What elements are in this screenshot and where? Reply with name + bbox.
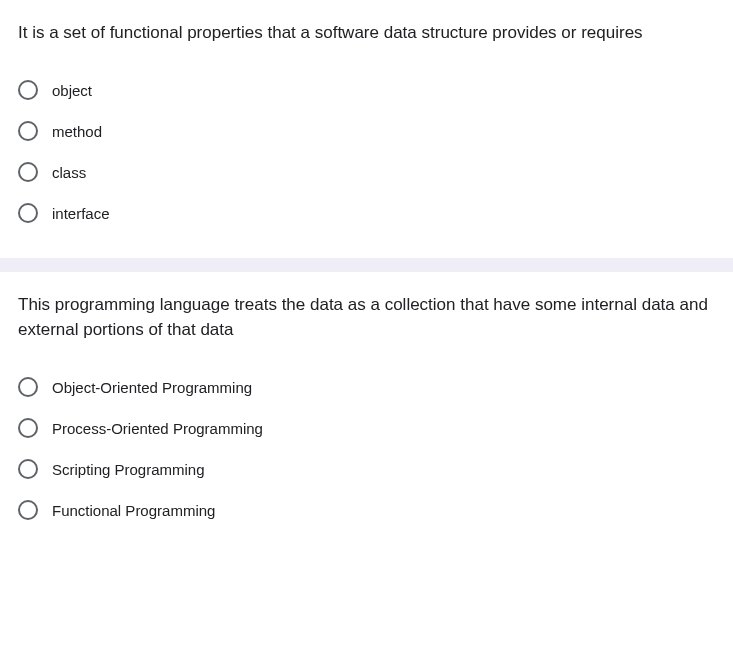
radio-icon	[18, 203, 38, 223]
option-row[interactable]: Process-Oriented Programming	[18, 408, 715, 449]
question-block-1: It is a set of functional properties tha…	[0, 0, 733, 258]
options-group: object method class interface	[18, 70, 715, 234]
radio-icon	[18, 80, 38, 100]
option-label: object	[52, 80, 92, 101]
option-row[interactable]: Functional Programming	[18, 490, 715, 531]
section-divider	[0, 258, 733, 272]
option-row[interactable]: object	[18, 70, 715, 111]
option-row[interactable]: interface	[18, 193, 715, 234]
radio-icon	[18, 500, 38, 520]
radio-icon	[18, 377, 38, 397]
option-row[interactable]: Object-Oriented Programming	[18, 367, 715, 408]
option-row[interactable]: method	[18, 111, 715, 152]
question-block-2: This programming language treats the dat…	[0, 272, 733, 555]
option-label: Process-Oriented Programming	[52, 418, 263, 439]
radio-icon	[18, 121, 38, 141]
radio-icon	[18, 162, 38, 182]
option-label: method	[52, 121, 102, 142]
option-label: Functional Programming	[52, 500, 215, 521]
question-prompt: It is a set of functional properties tha…	[18, 20, 715, 46]
option-row[interactable]: Scripting Programming	[18, 449, 715, 490]
radio-icon	[18, 459, 38, 479]
question-prompt: This programming language treats the dat…	[18, 292, 715, 343]
option-label: Scripting Programming	[52, 459, 205, 480]
option-row[interactable]: class	[18, 152, 715, 193]
option-label: class	[52, 162, 86, 183]
option-label: Object-Oriented Programming	[52, 377, 252, 398]
option-label: interface	[52, 203, 110, 224]
options-group: Object-Oriented Programming Process-Orie…	[18, 367, 715, 531]
radio-icon	[18, 418, 38, 438]
